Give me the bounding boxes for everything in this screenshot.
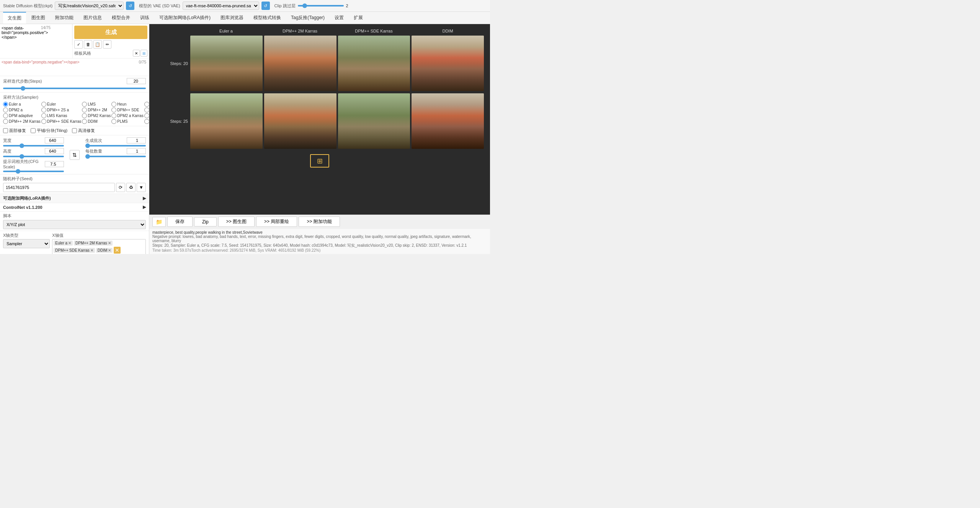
face-fix-option[interactable]: 面部修复 <box>3 128 26 134</box>
lora-header[interactable]: 可选附加网络(LoRA插件) ▶ <box>0 194 149 203</box>
sampler-ddim[interactable]: DDIM <box>82 119 111 124</box>
inpaint-btn[interactable]: >> 局部重绘 <box>256 217 297 227</box>
seed-extra-btn[interactable]: ▼ <box>137 183 146 192</box>
model-section: Stable Diffusion 模型(ckpt) 写实/realisticVi… <box>3 2 134 10</box>
tab-train[interactable]: 训练 <box>136 12 154 23</box>
grid-img-r2c4[interactable] <box>412 93 484 149</box>
grid-img-r1c2[interactable] <box>264 36 336 91</box>
folder-btn[interactable]: 📁 <box>152 217 166 227</box>
sampler-euler-a[interactable]: Euler a <box>3 102 41 107</box>
controlnet-header[interactable]: ControlNet v1.1.200 ▶ <box>0 203 149 212</box>
tab-img2img[interactable]: 图生图 <box>27 12 50 23</box>
sampler-dpmppsde[interactable]: DPM++ SDE <box>111 107 143 112</box>
seed-input[interactable] <box>3 183 115 192</box>
x-tag-dpmppsdekarras-remove[interactable]: ✕ <box>90 248 93 252</box>
height-label: 高度 <box>3 148 11 154</box>
hires-option[interactable]: 高清修复 <box>72 128 95 134</box>
steps-slider[interactable] <box>3 88 146 89</box>
tab-png-info[interactable]: 图片信息 <box>79 12 106 23</box>
negative-prompt-input[interactable]: <span data-bind="prompts.negative"></spa… <box>0 59 149 75</box>
check-btn[interactable]: ✓ <box>74 40 83 49</box>
swap-dimensions-btn[interactable]: ⇅ <box>70 150 80 160</box>
width-input[interactable] <box>45 137 64 143</box>
tab-convert[interactable]: 模型格式转换 <box>249 12 286 23</box>
extras-btn[interactable]: >> 附加功能 <box>299 217 340 227</box>
x-type-select[interactable]: Sampler <box>3 239 50 248</box>
tab-txt2img[interactable]: 文生图 <box>3 12 26 24</box>
col-header-dpmppsde: DPM++ SDE Karras <box>338 29 410 33</box>
sampler-dpm2[interactable]: DPM2 <box>144 102 149 107</box>
sampler-dpmpp2m[interactable]: DPM++ 2M <box>82 107 111 112</box>
model-refresh-btn[interactable]: ↺ <box>126 2 134 10</box>
tab-settings[interactable]: 设置 <box>330 12 348 23</box>
grid-img-r2c3[interactable] <box>338 93 410 149</box>
cfg-slider[interactable] <box>3 171 64 172</box>
positive-prompt-input[interactable]: <span data-bind="prompts.positive"></spa… <box>0 24 72 45</box>
generate-btn[interactable]: 生成 <box>74 26 147 39</box>
grid-img-r1c3[interactable] <box>338 36 410 91</box>
save-btn[interactable]: 保存 <box>167 217 193 227</box>
height-slider[interactable] <box>3 156 64 157</box>
script-select[interactable]: X/Y/Z plot <box>3 220 146 229</box>
seed-refresh-btn[interactable]: ⟳ <box>116 183 125 192</box>
clip-value: 2 <box>346 3 348 8</box>
tab-lora[interactable]: 可选附加网络(LoRA插件) <box>155 12 215 23</box>
sampler-euler[interactable]: Euler <box>41 102 81 107</box>
img2img-btn[interactable]: >> 图生图 <box>218 217 255 227</box>
sampler-lmskarras[interactable]: LMS Karras <box>41 113 81 118</box>
grid-img-r1c4[interactable] <box>412 36 484 91</box>
batch-size-slider[interactable] <box>85 156 146 157</box>
gen-icon-btn[interactable]: ⊞ <box>310 154 329 168</box>
model-select[interactable]: 写实/realisticVision20_v20.safetensors [c0… <box>55 2 124 10</box>
copy-btn[interactable]: 📋 <box>93 40 102 49</box>
sampler-dpm2akarras[interactable]: DPM2 a Karras <box>111 113 143 118</box>
x-tag-ddim-remove[interactable]: ✕ <box>108 248 111 252</box>
sampler-dpmpp2sa[interactable]: DPM++ 2S a <box>41 107 81 112</box>
x-type-label: X轴类型 <box>3 233 50 238</box>
sampler-dpmpp2sakarras[interactable]: DPM++ 2S a Karras <box>144 113 149 118</box>
sampler-dpmppsdekarras[interactable]: DPM++ SDE Karras <box>41 119 81 124</box>
sampler-dpm2a[interactable]: DPM2 a <box>3 107 41 112</box>
grid-img-r2c1[interactable] <box>190 93 263 149</box>
x-tag-euler-a-remove[interactable]: ✕ <box>68 241 71 245</box>
sampler-dpm2karras[interactable]: DPM2 Karras <box>82 113 111 118</box>
trash-btn[interactable]: 🗑 <box>84 40 92 49</box>
sampler-plms[interactable]: PLMS <box>111 119 143 124</box>
x-tags-container[interactable]: Euler a ✕ DPM++ 2M Karras ✕ DPM++ SDE Ka… <box>52 239 146 254</box>
width-slider[interactable] <box>3 145 64 147</box>
template-gen-btn[interactable]: ⊞ <box>140 50 147 57</box>
vae-refresh-btn[interactable]: ↺ <box>261 2 270 10</box>
vae-select[interactable]: vae-ft-mse-840000-ema-pruned.safetensors <box>183 2 259 10</box>
sampler-unipc[interactable]: UniPC <box>144 119 149 124</box>
seed-recycle-btn[interactable]: ♻ <box>126 183 136 192</box>
tab-tagger[interactable]: Tag反推(Tagger) <box>286 12 329 23</box>
template-x-btn[interactable]: ✕ <box>133 50 140 57</box>
cfg-input[interactable] <box>45 161 64 167</box>
nav-tabs: 文生图 图生图 附加功能 图片信息 模型合并 训练 可选附加网络(LoRA插件)… <box>0 12 490 24</box>
clip-slider[interactable] <box>298 5 344 7</box>
tab-extensions[interactable]: 扩展 <box>349 12 368 23</box>
tab-extras[interactable]: 附加功能 <box>51 12 78 23</box>
grid-img-r2c2[interactable] <box>264 93 336 149</box>
sampler-dpmfast[interactable]: DPM fast <box>144 107 149 112</box>
x-tag-dpmpp2mkarras-remove[interactable]: ✕ <box>108 241 111 245</box>
sampler-heun[interactable]: Heun <box>111 102 143 107</box>
tiling-option[interactable]: 平铺/分块(Tiling) <box>31 128 67 134</box>
batch-count-slider[interactable] <box>85 145 146 147</box>
sampler-lms[interactable]: LMS <box>82 102 111 107</box>
tab-merge[interactable]: 模型合并 <box>107 12 135 23</box>
x-add-btn[interactable]: ✕ <box>114 247 121 254</box>
grid-images-row1 <box>190 36 484 91</box>
edit-btn[interactable]: ✏ <box>103 40 111 49</box>
height-input[interactable] <box>45 148 64 154</box>
steps-value-input[interactable] <box>127 78 146 84</box>
x-values-label: X轴值 <box>52 233 146 238</box>
tab-gallery[interactable]: 图库浏览器 <box>216 12 248 23</box>
vae-label: 模型的 VAE (SD VAE) <box>139 3 180 9</box>
batch-size-input[interactable] <box>127 148 146 154</box>
batch-count-input[interactable] <box>127 137 146 143</box>
zip-btn[interactable]: Zip <box>194 217 217 226</box>
grid-img-r1c1[interactable] <box>190 36 263 91</box>
sampler-dpmpp2mkarras[interactable]: DPM++ 2M Karras <box>3 119 41 124</box>
sampler-dpmadaptive[interactable]: DPM adaptive <box>3 113 41 118</box>
